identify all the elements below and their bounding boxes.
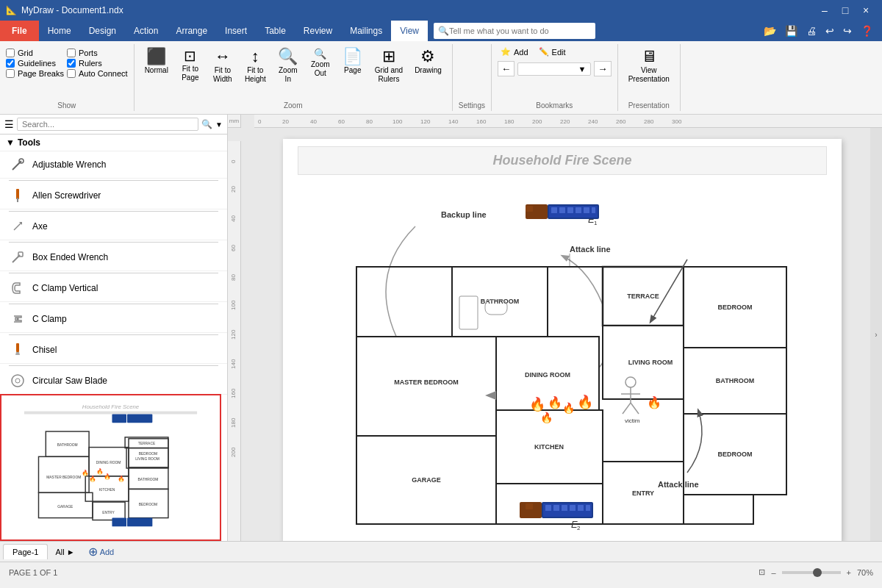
guidelines-checkbox[interactable]: [6, 59, 15, 68]
separator-4: [9, 273, 218, 273]
svg-text:40: 40: [310, 118, 317, 125]
svg-text:0: 0: [230, 159, 237, 163]
svg-text:140: 140: [448, 118, 459, 125]
menu-review[interactable]: Review: [295, 21, 341, 41]
svg-text:180: 180: [230, 417, 237, 428]
separator-3: [9, 242, 218, 243]
menu-arrange[interactable]: Arrange: [167, 21, 216, 41]
right-panel-arrow[interactable]: ›: [870, 128, 882, 541]
auto-connect-checkbox[interactable]: [67, 69, 76, 78]
svg-text:GARAGE: GARAGE: [412, 476, 441, 484]
circular-saw-blade-icon: [9, 372, 26, 390]
tools-collapse-icon: ▼: [6, 137, 15, 148]
tools-header[interactable]: ▼ Tools: [0, 135, 227, 151]
svg-rect-2: [16, 189, 19, 199]
help-icon[interactable]: ❓: [858, 24, 876, 38]
ports-checkbox-label[interactable]: Ports: [67, 49, 128, 57]
zoom-slider[interactable]: [782, 571, 841, 574]
tool-item-axe[interactable]: Axe: [0, 213, 227, 240]
fit-page-button[interactable]: ⊡ Fit toPage: [176, 46, 205, 85]
add-tab-label: Add: [100, 548, 115, 556]
svg-text:DINING ROOM: DINING ROOM: [96, 461, 121, 465]
grid-checkbox[interactable]: [6, 49, 15, 57]
canvas-area: mm 0 20 40 60 80 100 120 140 160 180 200…: [228, 115, 882, 541]
menu-mailings[interactable]: Mailings: [341, 21, 391, 41]
menu-search-box[interactable]: 🔍: [434, 23, 595, 39]
bookmark-dropdown[interactable]: ▼: [517, 62, 591, 76]
zoom-out-button[interactable]: 🔍 ZoomOut: [306, 46, 335, 81]
close-button[interactable]: ×: [856, 0, 876, 21]
menu-design[interactable]: Design: [80, 21, 125, 41]
tool-item-circular-saw-blade[interactable]: Circular Saw Blade: [0, 368, 227, 395]
save-icon[interactable]: 💾: [782, 24, 800, 38]
page-breaks-checkbox-label[interactable]: Page Breaks: [6, 69, 64, 78]
tool-item-chisel[interactable]: Chisel: [0, 337, 227, 364]
zoom-slider-thumb[interactable]: [813, 568, 822, 577]
drawing-button[interactable]: ⚙ Drawing: [410, 46, 446, 78]
menu-action[interactable]: Action: [125, 21, 167, 41]
zoom-in-button[interactable]: 🔍 ZoomIn: [273, 46, 303, 87]
page-breaks-checkbox[interactable]: [6, 69, 15, 78]
svg-text:280: 280: [644, 118, 654, 125]
folder-open-icon[interactable]: 📂: [761, 24, 779, 38]
minimize-button[interactable]: –: [814, 0, 835, 21]
edit-bookmark-button[interactable]: ✏️ Edit: [536, 46, 569, 58]
svg-rect-38: [112, 518, 126, 527]
svg-text:200: 200: [230, 447, 237, 457]
sidebar-search-input[interactable]: [17, 118, 198, 131]
menu-home[interactable]: Home: [39, 21, 80, 41]
zoom-out-status-icon[interactable]: –: [771, 568, 775, 577]
search-icon[interactable]: 🔍: [201, 119, 212, 129]
svg-text:🔥: 🔥: [647, 395, 662, 409]
maximize-button[interactable]: □: [835, 0, 856, 21]
ports-checkbox[interactable]: [67, 49, 76, 57]
normal-button[interactable]: ⬛ Normal: [140, 46, 173, 78]
canvas-content[interactable]: Household Fire Scene Backup line E 1: [254, 128, 870, 541]
fit-page-status-icon[interactable]: ⊡: [759, 567, 765, 577]
adjustable-wrench-icon: [9, 156, 26, 173]
tab-page-1[interactable]: Page-1: [3, 544, 48, 559]
menu-file[interactable]: File: [0, 21, 39, 41]
tool-item-adjustable-wrench[interactable]: Adjustable Wrench: [0, 151, 227, 179]
fit-height-button[interactable]: ↕ Fit toHeight: [240, 46, 270, 87]
guidelines-checkbox-label[interactable]: Guidelines: [6, 59, 64, 68]
page-button[interactable]: 📄 Page: [338, 46, 368, 78]
view-presentation-button[interactable]: 🖥 ViewPresentation: [624, 46, 674, 87]
circular-saw-blade-label: Circular Saw Blade: [32, 376, 107, 386]
menu-view[interactable]: View: [391, 21, 428, 41]
grid-rulers-button[interactable]: ⊞ Grid andRulers: [370, 46, 407, 87]
fit-width-button[interactable]: ↔ Fit toWidth: [208, 46, 237, 87]
svg-text:🔥: 🔥: [529, 396, 546, 412]
svg-text:120: 120: [420, 118, 431, 125]
redo-icon[interactable]: ↪: [840, 24, 855, 38]
svg-text:LIVING ROOM: LIVING ROOM: [628, 359, 673, 366]
bookmark-prev-button[interactable]: ←: [498, 61, 514, 76]
svg-text:KITCHEN: KITCHEN: [534, 443, 564, 451]
menu-insert[interactable]: Insert: [216, 21, 256, 41]
auto-connect-checkbox-label[interactable]: Auto Connect: [67, 69, 128, 78]
rulers-checkbox-label[interactable]: Rulers: [67, 59, 128, 68]
zoom-in-status-icon[interactable]: +: [847, 568, 851, 577]
grid-checkbox-label[interactable]: Grid: [6, 49, 64, 57]
rulers-checkbox[interactable]: [67, 59, 76, 68]
tool-item-allen-screwdriver[interactable]: Allen Screwdriver: [0, 182, 227, 209]
tab-all[interactable]: All ►: [49, 545, 80, 559]
print-icon[interactable]: 🖨: [803, 24, 820, 38]
dropdown-icon[interactable]: ▼: [215, 121, 223, 129]
tool-item-c-clamp-vertical[interactable]: C Clamp Vertical: [0, 275, 227, 302]
tab-add[interactable]: ⊕ Add: [82, 542, 121, 562]
menu-table[interactable]: Table: [256, 21, 295, 41]
svg-point-11: [15, 379, 20, 383]
svg-text:60: 60: [338, 118, 345, 125]
tool-item-box-ended-wrench[interactable]: Box Ended Wrench: [0, 244, 227, 271]
add-bookmark-button[interactable]: ⭐ Add: [498, 46, 531, 58]
bookmark-next-button[interactable]: →: [594, 61, 611, 76]
edit-icon: ✏️: [539, 47, 549, 57]
separator-7: [9, 365, 218, 366]
menu-search-input[interactable]: [449, 26, 591, 35]
undo-icon[interactable]: ↩: [822, 24, 837, 38]
tool-item-c-clamp[interactable]: C Clamp: [0, 306, 227, 333]
drawing-icon: ⚙: [420, 49, 435, 65]
svg-text:80: 80: [230, 274, 237, 281]
svg-text:LIVING ROOM: LIVING ROOM: [135, 457, 159, 461]
